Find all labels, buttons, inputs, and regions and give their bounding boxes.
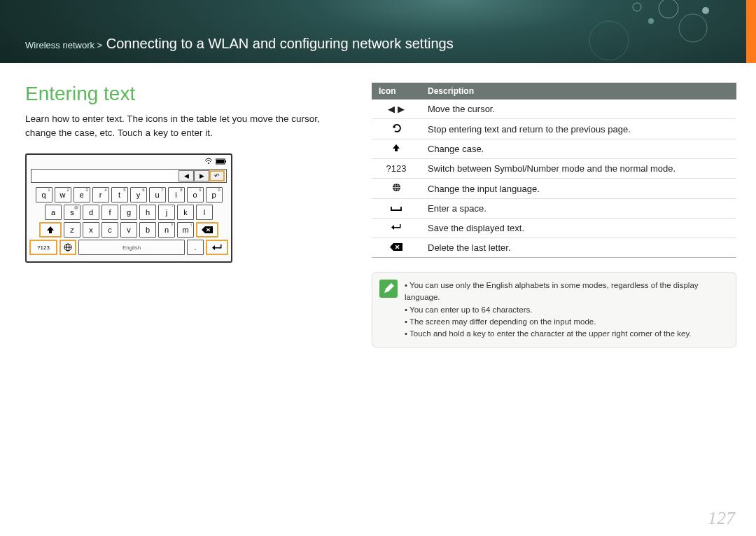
table-row: ?123Switch between Symbol/Number mode an…: [372, 159, 736, 179]
key-z[interactable]: z: [64, 222, 80, 238]
svg-point-0: [633, 3, 641, 11]
page-header: Wireless network > Connecting to a WLAN …: [0, 0, 756, 63]
key-j[interactable]: j': [158, 205, 175, 220]
note-item: You can enter up to 64 characters.: [405, 304, 727, 316]
page-title: Connecting to a WLAN and configuring net…: [106, 36, 454, 51]
intro-text: Learn how to enter text. The icons in th…: [25, 112, 344, 139]
svg-point-5: [589, 21, 629, 60]
table-row: ◀ ▶Move the cursor.: [372, 99, 736, 119]
key-a[interactable]: a: [45, 205, 62, 220]
wifi-icon: [204, 158, 213, 166]
key-w[interactable]: w2: [55, 187, 71, 202]
table-cell-desc: Stop entering text and return to the pre…: [421, 119, 736, 139]
key-l[interactable]: l: [196, 205, 213, 220]
decorative-circles: [553, 0, 728, 63]
key-o[interactable]: o9: [187, 187, 204, 202]
key-s[interactable]: s@: [64, 205, 80, 220]
key-i[interactable]: i8: [168, 187, 185, 202]
content-area: Entering text Learn how to enter text. T…: [0, 63, 756, 348]
table-cell-desc: Move the cursor.: [421, 99, 736, 119]
table-row: Save the displayed text.: [372, 219, 736, 238]
svg-point-1: [648, 18, 654, 24]
note-box: You can use only the English alphabets i…: [372, 272, 736, 348]
key-y[interactable]: y6: [130, 187, 147, 202]
table-row: Change case.: [372, 139, 736, 159]
battery-icon: [216, 158, 227, 166]
key-n[interactable]: n?: [158, 222, 175, 238]
key-r[interactable]: r4: [92, 187, 109, 202]
table-cell-desc: Change case.: [421, 139, 736, 159]
key-c[interactable]: c: [102, 222, 118, 238]
shift-key[interactable]: [39, 222, 62, 238]
svg-point-6: [208, 163, 209, 164]
key-p[interactable]: p0: [206, 187, 223, 202]
note-pen-icon: [379, 280, 398, 298]
onscreen-keyboard: ◀ ▶ ↶ q1w2e3r4t5y6u7i8o9p0 as@dfghj'kl z…: [25, 153, 232, 263]
breadcrumb-prefix: Wireless network >: [25, 40, 102, 50]
key-g[interactable]: g: [120, 205, 137, 220]
table-header-desc: Description: [421, 83, 736, 99]
shift-icon: [372, 139, 421, 159]
backspace-icon: [372, 238, 421, 258]
orange-accent-bar: [746, 0, 756, 63]
table-row: Stop entering text and return to the pre…: [372, 119, 736, 139]
svg-point-4: [702, 7, 709, 14]
cursor-right-button[interactable]: ▶: [194, 170, 209, 181]
key-d[interactable]: d: [83, 205, 99, 220]
page-number: 127: [708, 508, 735, 529]
key-k[interactable]: k: [177, 205, 194, 220]
keyboard-text-input[interactable]: ◀ ▶ ↶: [31, 169, 227, 183]
space-icon: [372, 199, 421, 219]
svg-point-3: [679, 14, 707, 42]
table-header-icon: Icon: [372, 83, 421, 99]
symbol-mode-key[interactable]: ?123: [29, 240, 57, 255]
svg-rect-9: [216, 160, 224, 163]
key-u[interactable]: u7: [149, 187, 166, 202]
left-column: Entering text Learn how to enter text. T…: [25, 83, 344, 348]
table-cell-desc: Save the displayed text.: [421, 219, 736, 238]
globe-key[interactable]: [59, 240, 76, 255]
key-x[interactable]: x: [83, 222, 99, 238]
key-t[interactable]: t5: [111, 187, 128, 202]
note-item: Touch and hold a key to enter the charac…: [405, 328, 727, 340]
key-v[interactable]: v: [120, 222, 137, 238]
space-key[interactable]: English: [78, 240, 185, 255]
key-m[interactable]: m!: [177, 222, 194, 238]
cursor-left-button[interactable]: ◀: [178, 170, 194, 181]
keyboard-status-bar: [27, 155, 231, 167]
table-cell-desc: Switch between Symbol/Number mode and th…: [421, 159, 736, 179]
key-q[interactable]: q1: [36, 187, 52, 202]
table-cell-desc: Delete the last letter.: [421, 238, 736, 258]
key-f[interactable]: f: [102, 205, 118, 220]
period-key[interactable]: .: [187, 240, 204, 255]
table-row: Change the input language.: [372, 179, 736, 199]
table-row: Enter a space.: [372, 199, 736, 219]
backspace-key[interactable]: [196, 222, 218, 238]
section-title: Entering text: [25, 83, 344, 105]
cursor-arrows-icon: ◀ ▶: [372, 99, 421, 119]
keyboard-rows: q1w2e3r4t5y6u7i8o9p0 as@dfghj'kl zxcvbn?…: [27, 186, 231, 261]
note-item: You can use only the English alphabets i…: [405, 280, 727, 304]
back-button[interactable]: ↶: [209, 170, 225, 181]
table-cell-desc: Enter a space.: [421, 199, 736, 219]
svg-point-2: [659, 0, 678, 18]
symbol-mode-icon: ?123: [372, 159, 421, 179]
icon-description-table: Icon Description ◀ ▶Move the cursor.Stop…: [372, 83, 736, 258]
right-column: Icon Description ◀ ▶Move the cursor.Stop…: [372, 83, 736, 348]
table-row: Delete the last letter.: [372, 238, 736, 258]
breadcrumb: Wireless network > Connecting to a WLAN …: [25, 36, 454, 52]
back-icon: [372, 119, 421, 139]
globe-icon: [372, 179, 421, 199]
enter-key[interactable]: [206, 240, 228, 255]
svg-rect-8: [225, 160, 226, 163]
table-cell-desc: Change the input language.: [421, 179, 736, 199]
notes-list: You can use only the English alphabets i…: [405, 280, 727, 340]
key-b[interactable]: b: [139, 222, 156, 238]
enter-icon: [372, 219, 421, 238]
note-item: The screen may differ depending on the i…: [405, 316, 727, 328]
key-h[interactable]: h: [139, 205, 156, 220]
key-e[interactable]: e3: [74, 187, 90, 202]
